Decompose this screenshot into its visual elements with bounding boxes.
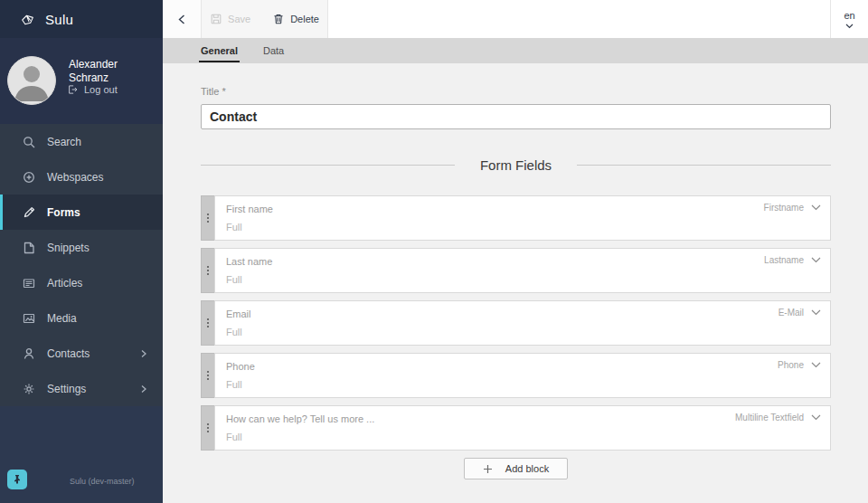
sidebar-header: Sulu	[0, 0, 163, 38]
tab-label: General	[201, 45, 238, 56]
drag-handle[interactable]	[201, 405, 214, 451]
logout-label: Log out	[84, 84, 118, 95]
avatar	[7, 56, 56, 105]
chevron-right-icon	[139, 384, 148, 394]
chevron-down-icon	[845, 24, 854, 29]
block-card[interactable]: How can we help? Tell us more ... Full M…	[214, 405, 831, 451]
block-width-label: Full	[226, 379, 819, 390]
section-heading-text: Form Fields	[480, 157, 552, 173]
toolbar-spacer	[328, 0, 830, 38]
form-field-block-lastname: Last name Full Lastname	[201, 248, 831, 293]
form-field-block-email: Email Full E-Mail	[201, 300, 831, 346]
chevron-down-icon[interactable]	[811, 309, 821, 317]
chevron-down-icon[interactable]	[811, 204, 821, 212]
block-type-label: E-Mail	[778, 308, 804, 318]
delete-button[interactable]: Delete	[272, 13, 319, 25]
block-width-label: Full	[226, 222, 819, 233]
heading-rule-left	[201, 165, 455, 166]
logout-button[interactable]: Log out	[67, 84, 118, 95]
block-title: Last name	[226, 256, 819, 267]
block-card[interactable]: Phone Full Phone	[214, 353, 831, 398]
person-icon	[22, 346, 36, 361]
image-icon	[22, 311, 36, 326]
title-input[interactable]	[201, 104, 831, 129]
form-editor-content: Title * Form Fields First name Full Firs…	[163, 63, 868, 503]
chevron-down-icon[interactable]	[811, 414, 821, 422]
block-width-label: Full	[226, 327, 819, 337]
sidebar-item-snippets[interactable]: Snippets	[0, 230, 163, 265]
block-type-label: Firstname	[764, 203, 804, 213]
trash-icon	[272, 13, 285, 25]
search-icon	[22, 135, 36, 149]
tab-general[interactable]: General	[201, 38, 238, 63]
pushpin-icon	[12, 474, 23, 485]
sulu-admin-app: Sulu Alexander Schranz Log out	[0, 0, 868, 503]
save-label: Save	[228, 14, 250, 24]
sidebar-item-label: Settings	[47, 383, 86, 395]
block-title: Email	[226, 308, 819, 319]
form-field-block-phone: Phone Full Phone	[201, 353, 831, 398]
app-title: Sulu	[45, 12, 73, 27]
block-card[interactable]: Last name Full Lastname	[214, 248, 831, 293]
chevron-down-icon[interactable]	[811, 257, 821, 264]
sidebar-nav: Search Webspaces Forms Snippets	[0, 124, 163, 406]
sidebar-item-contacts[interactable]: Contacts	[0, 336, 163, 371]
block-title: Phone	[226, 361, 819, 372]
block-card[interactable]: Email Full E-Mail	[214, 300, 831, 346]
block-title: First name	[226, 204, 819, 214]
block-type-label: Multiline Textfield	[735, 413, 804, 422]
toolbar-actions: Save Delete	[202, 0, 327, 38]
sidebar-item-label: Contacts	[47, 347, 90, 360]
toolbar: Save Delete en	[163, 0, 868, 38]
drag-handle[interactable]	[201, 353, 214, 398]
user-name: Alexander Schranz	[69, 58, 150, 85]
chevron-right-icon	[139, 349, 148, 358]
sidebar-item-forms[interactable]: Forms	[0, 195, 163, 230]
tab-data[interactable]: Data	[263, 38, 284, 63]
block-title: How can we help? Tell us more ...	[226, 413, 819, 424]
block-type-label: Phone	[778, 360, 804, 370]
plus-icon	[483, 464, 493, 474]
add-block-label: Add block	[505, 463, 549, 474]
form-fields-section-heading: Form Fields	[201, 157, 831, 173]
logout-icon	[67, 84, 78, 95]
add-block-row: Add block	[201, 458, 831, 479]
pin-sidebar-button[interactable]	[7, 470, 27, 489]
newspaper-icon	[22, 276, 36, 290]
gear-icon	[22, 382, 36, 396]
sidebar-item-label: Webspaces	[47, 171, 103, 184]
pencil-icon	[22, 205, 36, 220]
sidebar-item-articles[interactable]: Articles	[0, 265, 163, 300]
chevron-left-icon	[176, 14, 188, 25]
locale-selector[interactable]: en	[831, 0, 868, 38]
sidebar-item-label: Media	[47, 312, 77, 325]
sidebar-footer: Sulu (dev-master)	[0, 406, 163, 503]
sidebar-item-label: Search	[47, 136, 81, 148]
drag-handle[interactable]	[201, 248, 214, 293]
chevron-down-icon[interactable]	[811, 362, 821, 369]
sidebar-item-search[interactable]: Search	[0, 124, 163, 159]
block-type-label: Lastname	[764, 255, 804, 265]
add-block-button[interactable]: Add block	[464, 458, 568, 479]
sidebar-item-media[interactable]: Media	[0, 300, 163, 336]
drag-handle[interactable]	[201, 195, 214, 241]
form-field-block-firstname: First name Full Firstname	[201, 195, 831, 241]
tab-label: Data	[263, 45, 284, 56]
version-label: Sulu (dev-master)	[70, 477, 135, 486]
snippet-icon	[22, 241, 36, 255]
sidebar: Sulu Alexander Schranz Log out	[0, 0, 163, 503]
sidebar-item-label: Forms	[47, 206, 80, 219]
form-field-blocks: First name Full Firstname Last name Full	[201, 195, 831, 451]
sidebar-item-webspaces[interactable]: Webspaces	[0, 159, 163, 195]
sidebar-item-settings[interactable]: Settings	[0, 371, 163, 406]
globe-icon	[22, 170, 36, 185]
heading-rule-right	[577, 165, 831, 166]
save-icon	[210, 13, 222, 25]
block-width-label: Full	[226, 432, 819, 442]
sidebar-item-label: Snippets	[47, 242, 90, 254]
save-button[interactable]: Save	[210, 13, 250, 25]
block-card[interactable]: First name Full Firstname	[214, 195, 831, 241]
locale-value: en	[844, 10, 854, 21]
back-button[interactable]	[163, 0, 201, 38]
drag-handle[interactable]	[201, 300, 214, 346]
